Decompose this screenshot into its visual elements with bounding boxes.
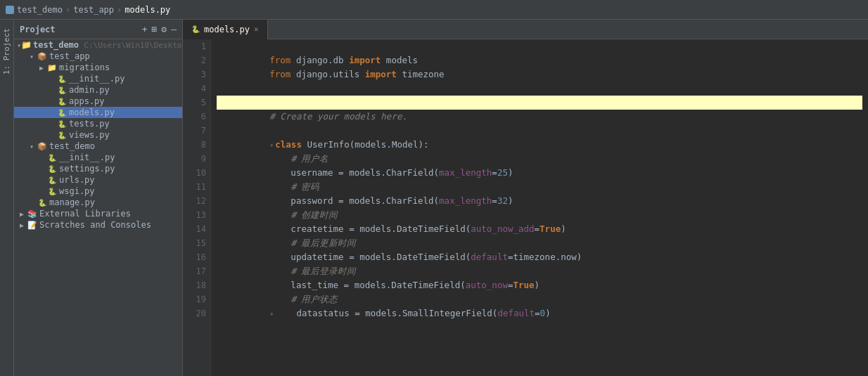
py-icon-manage: 🐍: [37, 197, 48, 207]
package-icon-test-app: 📦: [37, 51, 48, 61]
bc-sep-1: ›: [65, 5, 70, 15]
tree-label-settings: settings.py: [59, 164, 115, 174]
tree-item-urls[interactable]: ▶ 🐍 urls.py: [14, 174, 182, 186]
scratch-icon: 📝: [27, 220, 38, 230]
py-icon-admin: 🐍: [56, 85, 68, 95]
tree-label-init1: __init__.py: [69, 74, 125, 84]
code-line-5: # Create your models here.: [217, 96, 862, 110]
tree-label-scratches: Scratches and Consoles: [39, 220, 151, 230]
breadcrumb-project[interactable]: test_demo: [17, 5, 63, 15]
tree-item-apps[interactable]: ▶ 🐍 apps.py: [14, 96, 182, 107]
arrow-test-app: ▾: [27, 53, 37, 60]
editor-tabs: 🐍 models.py ✕: [183, 20, 868, 39]
tree-label-migrations: migrations: [59, 63, 110, 72]
tree-label-admin: admin.py: [69, 85, 110, 95]
tree-item-test-demo-pkg[interactable]: ▾ 📦 test_demo: [14, 141, 182, 152]
tree-item-migrations[interactable]: ▶ 📁 migrations: [14, 62, 182, 73]
bc-sep-2: ›: [117, 5, 122, 15]
code-content[interactable]: from django.db import models from django…: [211, 39, 868, 376]
py-icon-apps: 🐍: [56, 96, 68, 106]
sidebar-header: Project + ⊞ ⚙ —: [14, 20, 182, 39]
tree-item-init2[interactable]: ▶ 🐍 __init__.py: [14, 152, 182, 163]
tree-item-admin[interactable]: ▶ 🐍 admin.py: [14, 84, 182, 96]
tree-item-scratches[interactable]: ▶ 📝 Scratches and Consoles: [14, 219, 182, 231]
arrow-scratches: ▶: [17, 221, 27, 229]
minimize-icon[interactable]: —: [171, 24, 177, 34]
breadcrumb: test_demo › test_app › models.py: [6, 5, 170, 15]
add-icon[interactable]: +: [142, 24, 148, 34]
editor-area: 🐍 models.py ✕ 12345 678910 1112131415 16…: [183, 20, 868, 376]
code-line-1: from django.db import models: [217, 39, 862, 53]
tree-label-test-demo-pkg: test_demo: [49, 141, 95, 151]
arrow-migrations: ▶: [37, 64, 46, 72]
tree-item-settings[interactable]: ▶ 🐍 settings.py: [14, 163, 182, 174]
py-icon-models: 🐍: [56, 108, 68, 117]
code-line-7: ▾class UserInfo(models.Model):: [217, 124, 862, 138]
tree-label-wsgi: wsgi.py: [59, 186, 95, 196]
tree-label-manage: manage.py: [49, 197, 95, 207]
top-breadcrumb-bar: test_demo › test_app › models.py: [0, 0, 868, 20]
tree-label-init2: __init__.py: [59, 153, 115, 162]
tree-item-wsgi[interactable]: ▶ 🐍 wsgi.py: [14, 186, 182, 197]
code-line-4: [217, 82, 862, 96]
py-icon-tests: 🐍: [56, 119, 68, 129]
tree-item-tests[interactable]: ▶ 🐍 tests.py: [14, 118, 182, 129]
tree-item-manage[interactable]: ▶ 🐍 manage.py: [14, 197, 182, 208]
arrow-test-demo-pkg: ▾: [27, 143, 37, 150]
left-strip: 1: Project: [0, 20, 14, 376]
folder-icon-migrations: 📁: [46, 63, 58, 72]
py-icon-init1: 🐍: [56, 74, 68, 84]
line-numbers: 12345 678910 1112131415 1617181920: [183, 39, 211, 376]
py-icon-urls: 🐍: [46, 175, 58, 185]
py-icon-settings: 🐍: [46, 164, 58, 174]
tree-label-models: models.py: [69, 108, 115, 117]
project-folder-icon: 📁: [21, 40, 32, 50]
project-icon: [6, 6, 14, 14]
tab-close-models[interactable]: ✕: [254, 25, 259, 34]
tree-item-models[interactable]: ▶ 🐍 models.py: [14, 107, 182, 118]
editor-tab-models[interactable]: 🐍 models.py ✕: [183, 20, 268, 39]
tree-label-test-demo-root: test_demo C:\Users\Win10\Desktop\test_de…: [33, 40, 182, 50]
tree-label-views: views.py: [69, 130, 110, 140]
py-icon-init2: 🐍: [46, 153, 58, 162]
sidebar-header-icons: + ⊞ ⚙ —: [142, 24, 177, 34]
tree-item-test-app[interactable]: ▾ 📦 test_app: [14, 51, 182, 62]
py-icon-wsgi: 🐍: [46, 186, 58, 196]
main-layout: 1: Project Project + ⊞ ⚙ — ▾ 📁 test_demo…: [0, 20, 868, 376]
package-icon-test-demo: 📦: [37, 141, 48, 151]
tab-icon-models: 🐍: [191, 25, 200, 33]
extlib-icon: 📚: [27, 209, 38, 219]
py-icon-views: 🐍: [56, 130, 68, 140]
arrow-ext-libs: ▶: [17, 210, 27, 218]
sidebar-title: Project: [20, 25, 56, 34]
tree-item-init1[interactable]: ▶ 🐍 __init__.py: [14, 73, 182, 84]
project-tab-label[interactable]: 1: Project: [1, 22, 13, 80]
code-editor[interactable]: 12345 678910 1112131415 1617181920 from …: [183, 39, 868, 376]
tree-label-tests: tests.py: [69, 119, 110, 129]
sidebar: Project + ⊞ ⚙ — ▾ 📁 test_demo C:\Users\W…: [14, 20, 183, 376]
settings-icon[interactable]: ⚙: [161, 24, 167, 34]
tree-label-urls: urls.py: [59, 175, 95, 185]
breadcrumb-app[interactable]: test_app: [73, 5, 114, 15]
breadcrumb-file[interactable]: models.py: [125, 5, 170, 15]
tab-label-models: models.py: [204, 25, 250, 34]
tree-item-test-demo-root[interactable]: ▾ 📁 test_demo C:\Users\Win10\Desktop\tes…: [14, 39, 182, 51]
tree-item-views[interactable]: ▶ 🐍 views.py: [14, 129, 182, 141]
layout-icon[interactable]: ⊞: [152, 24, 158, 34]
tree-label-apps: apps.py: [69, 96, 105, 106]
tree-label-test-app: test_app: [49, 51, 90, 61]
sidebar-tree: ▾ 📁 test_demo C:\Users\Win10\Desktop\tes…: [14, 39, 182, 376]
tree-item-ext-libs[interactable]: ▶ 📚 External Libraries: [14, 208, 182, 219]
tree-label-ext-libs: External Libraries: [39, 209, 131, 219]
